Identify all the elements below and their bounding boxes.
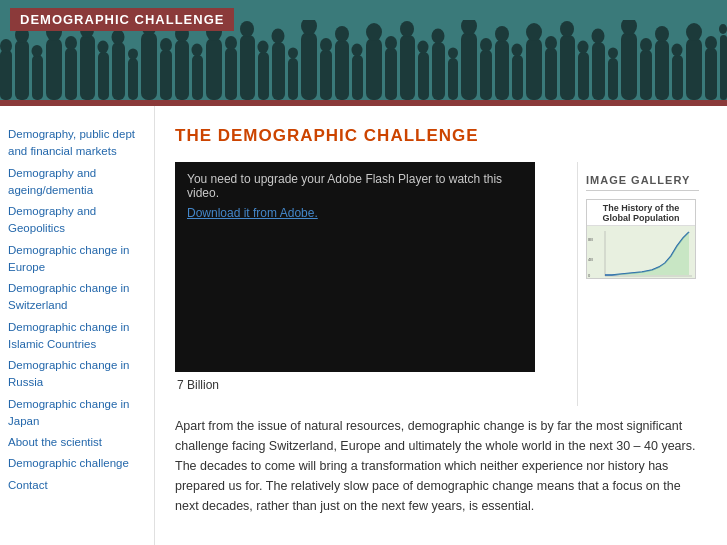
svg-rect-50 bbox=[400, 35, 415, 100]
svg-point-81 bbox=[640, 38, 652, 52]
svg-point-15 bbox=[112, 30, 125, 45]
svg-rect-84 bbox=[672, 55, 683, 100]
svg-text:Stone Age: Stone Age bbox=[607, 278, 630, 279]
svg-rect-36 bbox=[288, 58, 298, 100]
svg-rect-34 bbox=[272, 42, 285, 100]
svg-point-87 bbox=[686, 23, 702, 41]
site-title: DEMOGRAPHIC CHALLENGE bbox=[10, 8, 234, 31]
svg-point-91 bbox=[719, 24, 727, 34]
svg-rect-26 bbox=[206, 38, 222, 100]
svg-text:4B: 4B bbox=[588, 257, 593, 262]
svg-rect-74 bbox=[592, 42, 605, 100]
svg-text:8B: 8B bbox=[588, 237, 593, 242]
content-area: THE DEMOGRAPHIC CHALLENGE You need to up… bbox=[155, 106, 727, 545]
svg-point-33 bbox=[258, 41, 269, 54]
svg-point-41 bbox=[320, 38, 332, 52]
svg-rect-18 bbox=[141, 32, 157, 100]
svg-point-75 bbox=[592, 29, 605, 44]
page-title: THE DEMOGRAPHIC CHALLENGE bbox=[175, 126, 707, 146]
svg-rect-10 bbox=[80, 35, 95, 100]
svg-rect-56 bbox=[448, 58, 458, 100]
gallery-image-box[interactable]: The History of the Global Population bbox=[586, 199, 696, 279]
svg-point-79 bbox=[621, 20, 637, 35]
svg-point-53 bbox=[418, 41, 429, 54]
svg-rect-58 bbox=[461, 32, 477, 100]
sidebar: Demography, public dept and financial ma… bbox=[0, 106, 155, 545]
video-caption: 7 Billion bbox=[175, 378, 563, 392]
svg-rect-82 bbox=[655, 40, 669, 100]
sidebar-item-scientist[interactable]: About the scientist bbox=[8, 434, 146, 451]
svg-rect-24 bbox=[192, 55, 203, 100]
svg-rect-86 bbox=[686, 38, 702, 100]
svg-point-9 bbox=[65, 36, 77, 50]
svg-rect-76 bbox=[608, 58, 618, 100]
svg-point-31 bbox=[240, 21, 254, 37]
svg-rect-2 bbox=[15, 40, 29, 100]
svg-rect-90 bbox=[720, 35, 727, 100]
svg-rect-32 bbox=[258, 52, 269, 100]
svg-point-39 bbox=[301, 20, 317, 35]
svg-rect-68 bbox=[545, 48, 557, 100]
svg-rect-8 bbox=[65, 48, 77, 100]
svg-rect-48 bbox=[385, 48, 397, 100]
gallery-chart: Stone Age 1800 2000 0 4B 8B bbox=[587, 226, 695, 279]
svg-point-63 bbox=[495, 26, 509, 42]
svg-point-17 bbox=[128, 49, 138, 60]
svg-rect-6 bbox=[46, 38, 62, 100]
svg-rect-46 bbox=[366, 38, 382, 100]
body-text: Apart from the issue of natural resource… bbox=[175, 416, 707, 516]
svg-point-67 bbox=[526, 23, 542, 41]
svg-point-83 bbox=[655, 26, 669, 42]
svg-text:1800: 1800 bbox=[657, 278, 668, 279]
svg-point-71 bbox=[560, 21, 574, 37]
sidebar-item-change-japan[interactable]: Demographic change in Japan bbox=[8, 396, 146, 431]
svg-rect-28 bbox=[225, 48, 237, 100]
svg-point-59 bbox=[461, 20, 477, 35]
svg-rect-38 bbox=[301, 32, 317, 100]
svg-rect-44 bbox=[352, 55, 363, 100]
svg-text:2000: 2000 bbox=[682, 278, 693, 279]
svg-point-89 bbox=[705, 36, 717, 50]
svg-rect-70 bbox=[560, 35, 575, 100]
svg-point-35 bbox=[272, 29, 285, 44]
main-container: Demography, public dept and financial ma… bbox=[0, 106, 727, 545]
gallery-panel: IMAGE GALLERY The History of the Global … bbox=[577, 162, 707, 406]
svg-point-55 bbox=[432, 29, 445, 44]
video-message: You need to upgrade your Adobe Flash Pla… bbox=[187, 172, 523, 200]
svg-point-21 bbox=[160, 38, 172, 52]
sidebar-item-change-russia[interactable]: Demographic change in Russia bbox=[8, 357, 146, 392]
svg-point-1 bbox=[0, 39, 12, 53]
sidebar-item-challenge[interactable]: Demographic challenge bbox=[8, 455, 146, 472]
svg-point-51 bbox=[400, 21, 414, 37]
svg-point-5 bbox=[32, 45, 43, 57]
sidebar-item-change-europe[interactable]: Demographic change in Europe bbox=[8, 242, 146, 277]
svg-rect-30 bbox=[240, 35, 255, 100]
svg-rect-64 bbox=[512, 55, 523, 100]
svg-point-65 bbox=[512, 44, 523, 57]
svg-point-47 bbox=[366, 23, 382, 41]
svg-point-13 bbox=[98, 41, 109, 54]
sidebar-item-demography-ageing[interactable]: Demography and ageing/dementia bbox=[8, 165, 146, 200]
svg-rect-78 bbox=[621, 32, 637, 100]
gallery-title: IMAGE GALLERY bbox=[586, 174, 699, 191]
svg-point-43 bbox=[335, 26, 349, 42]
svg-point-73 bbox=[578, 41, 589, 54]
svg-rect-66 bbox=[526, 38, 542, 100]
sidebar-item-change-islamic[interactable]: Demographic change in Islamic Countries bbox=[8, 319, 146, 354]
silhouette-banner bbox=[0, 20, 727, 100]
svg-point-57 bbox=[448, 48, 458, 59]
video-download-link[interactable]: Download it from Adobe. bbox=[187, 206, 318, 220]
svg-rect-14 bbox=[112, 42, 125, 100]
sidebar-item-contact[interactable]: Contact bbox=[8, 477, 146, 494]
svg-point-49 bbox=[385, 36, 397, 50]
svg-rect-12 bbox=[98, 52, 109, 100]
svg-rect-80 bbox=[640, 50, 652, 100]
svg-point-25 bbox=[192, 44, 203, 57]
sidebar-item-demography-geopolitics[interactable]: Demography and Geopolitics bbox=[8, 203, 146, 238]
svg-point-29 bbox=[225, 36, 237, 50]
video-container: You need to upgrade your Adobe Flash Pla… bbox=[175, 162, 535, 372]
svg-rect-52 bbox=[418, 52, 429, 100]
svg-rect-40 bbox=[320, 50, 332, 100]
sidebar-item-demography-public[interactable]: Demography, public dept and financial ma… bbox=[8, 126, 146, 161]
sidebar-item-change-switzerland[interactable]: Demographic change in Switzerland bbox=[8, 280, 146, 315]
